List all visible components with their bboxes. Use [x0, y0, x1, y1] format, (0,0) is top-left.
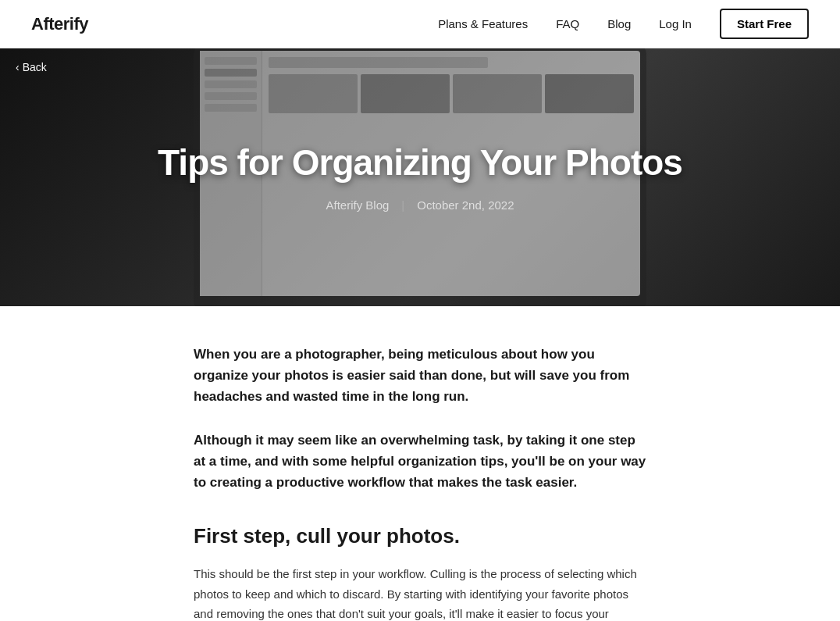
logo[interactable]: Afterify	[31, 14, 88, 34]
laptop-photo-thumb	[361, 74, 450, 113]
laptop-photo-thumb	[545, 74, 634, 113]
site-header: Afterify Plans & Features FAQ Blog Log I…	[0, 0, 840, 48]
nav-faq[interactable]: FAQ	[556, 17, 579, 30]
section-1-body-1: This should be the first step in your wo…	[194, 564, 646, 621]
laptop-photo-grid	[269, 74, 634, 113]
main-nav: Plans & Features FAQ Blog Log In Start F…	[438, 9, 809, 39]
laptop-sidebar-item	[205, 69, 257, 77]
article-container: When you are a photographer, being metic…	[178, 306, 662, 621]
back-link[interactable]: ‹ Back	[16, 61, 47, 73]
laptop-photo-thumb	[453, 74, 542, 113]
laptop-sidebar-item	[205, 57, 257, 65]
article-intro-1: When you are a photographer, being metic…	[194, 344, 646, 408]
hero-title: Tips for Organizing Your Photos	[158, 143, 682, 183]
article-date: October 2nd, 2022	[417, 198, 514, 212]
meta-divider: |	[401, 198, 404, 212]
laptop-sidebar-item	[205, 92, 257, 100]
hero-content: Tips for Organizing Your Photos Afterify…	[126, 143, 714, 212]
nav-login[interactable]: Log In	[659, 17, 692, 30]
laptop-photo-thumb	[269, 74, 358, 113]
laptop-sidebar-item	[205, 80, 257, 88]
laptop-title-bar	[269, 57, 488, 68]
start-free-button[interactable]: Start Free	[720, 9, 809, 39]
laptop-sidebar-item	[205, 104, 257, 112]
hero-meta: Afterify Blog | October 2nd, 2022	[158, 198, 682, 212]
blog-name: Afterify Blog	[326, 198, 389, 212]
article-intro-2: Although it may seem like an overwhelmin…	[194, 430, 646, 494]
back-label: Back	[23, 61, 47, 73]
nav-blog[interactable]: Blog	[607, 17, 631, 30]
section-1-title: First step, cull your photos.	[194, 524, 646, 548]
nav-plans-features[interactable]: Plans & Features	[438, 17, 528, 30]
hero-section: Tips for Organizing Your Photos Afterify…	[0, 48, 840, 306]
back-chevron-icon: ‹	[16, 61, 20, 73]
